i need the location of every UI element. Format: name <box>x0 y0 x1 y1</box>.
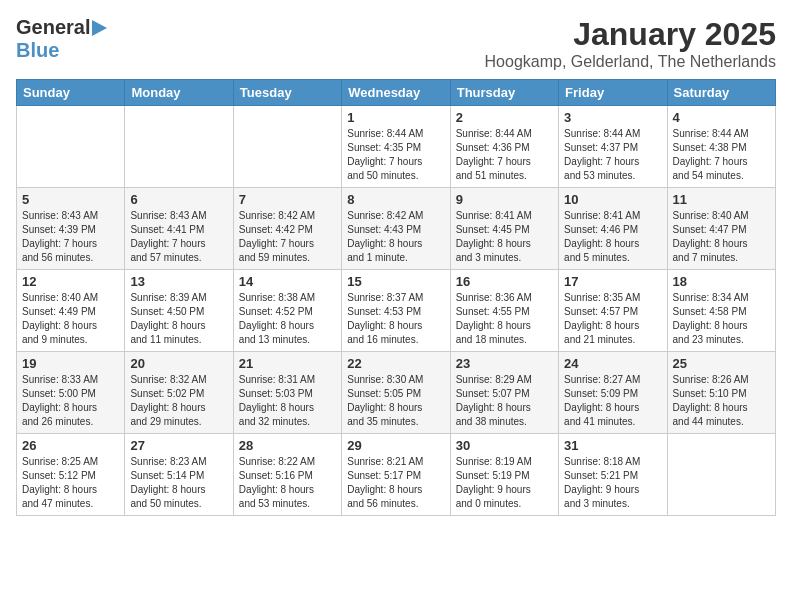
calendar-cell <box>667 434 775 516</box>
day-number: 4 <box>673 110 770 125</box>
calendar-cell: 2Sunrise: 8:44 AM Sunset: 4:36 PM Daylig… <box>450 106 558 188</box>
day-number: 18 <box>673 274 770 289</box>
calendar-cell: 23Sunrise: 8:29 AM Sunset: 5:07 PM Dayli… <box>450 352 558 434</box>
day-number: 12 <box>22 274 119 289</box>
day-info: Sunrise: 8:41 AM Sunset: 4:45 PM Dayligh… <box>456 209 553 265</box>
day-info: Sunrise: 8:22 AM Sunset: 5:16 PM Dayligh… <box>239 455 336 511</box>
day-info: Sunrise: 8:34 AM Sunset: 4:58 PM Dayligh… <box>673 291 770 347</box>
calendar-cell: 28Sunrise: 8:22 AM Sunset: 5:16 PM Dayli… <box>233 434 341 516</box>
day-number: 19 <box>22 356 119 371</box>
weekday-header-tuesday: Tuesday <box>233 80 341 106</box>
calendar-cell <box>17 106 125 188</box>
day-number: 28 <box>239 438 336 453</box>
title-block: January 2025 Hoogkamp, Gelderland, The N… <box>485 16 776 71</box>
day-info: Sunrise: 8:40 AM Sunset: 4:49 PM Dayligh… <box>22 291 119 347</box>
calendar-cell <box>125 106 233 188</box>
day-number: 20 <box>130 356 227 371</box>
calendar-cell: 1Sunrise: 8:44 AM Sunset: 4:35 PM Daylig… <box>342 106 450 188</box>
calendar-cell: 18Sunrise: 8:34 AM Sunset: 4:58 PM Dayli… <box>667 270 775 352</box>
day-info: Sunrise: 8:30 AM Sunset: 5:05 PM Dayligh… <box>347 373 444 429</box>
day-number: 9 <box>456 192 553 207</box>
day-info: Sunrise: 8:37 AM Sunset: 4:53 PM Dayligh… <box>347 291 444 347</box>
calendar-cell: 27Sunrise: 8:23 AM Sunset: 5:14 PM Dayli… <box>125 434 233 516</box>
day-number: 27 <box>130 438 227 453</box>
day-info: Sunrise: 8:29 AM Sunset: 5:07 PM Dayligh… <box>456 373 553 429</box>
weekday-header-friday: Friday <box>559 80 667 106</box>
day-info: Sunrise: 8:19 AM Sunset: 5:19 PM Dayligh… <box>456 455 553 511</box>
weekday-header-wednesday: Wednesday <box>342 80 450 106</box>
day-info: Sunrise: 8:32 AM Sunset: 5:02 PM Dayligh… <box>130 373 227 429</box>
day-info: Sunrise: 8:25 AM Sunset: 5:12 PM Dayligh… <box>22 455 119 511</box>
calendar-cell: 13Sunrise: 8:39 AM Sunset: 4:50 PM Dayli… <box>125 270 233 352</box>
day-number: 10 <box>564 192 661 207</box>
day-info: Sunrise: 8:43 AM Sunset: 4:41 PM Dayligh… <box>130 209 227 265</box>
calendar-cell: 21Sunrise: 8:31 AM Sunset: 5:03 PM Dayli… <box>233 352 341 434</box>
calendar-cell: 7Sunrise: 8:42 AM Sunset: 4:42 PM Daylig… <box>233 188 341 270</box>
week-row-2: 5Sunrise: 8:43 AM Sunset: 4:39 PM Daylig… <box>17 188 776 270</box>
day-number: 3 <box>564 110 661 125</box>
calendar-cell: 5Sunrise: 8:43 AM Sunset: 4:39 PM Daylig… <box>17 188 125 270</box>
calendar-cell: 15Sunrise: 8:37 AM Sunset: 4:53 PM Dayli… <box>342 270 450 352</box>
calendar-cell: 26Sunrise: 8:25 AM Sunset: 5:12 PM Dayli… <box>17 434 125 516</box>
day-info: Sunrise: 8:39 AM Sunset: 4:50 PM Dayligh… <box>130 291 227 347</box>
day-number: 25 <box>673 356 770 371</box>
logo: General Blue <box>16 16 107 62</box>
calendar-cell: 31Sunrise: 8:18 AM Sunset: 5:21 PM Dayli… <box>559 434 667 516</box>
day-info: Sunrise: 8:38 AM Sunset: 4:52 PM Dayligh… <box>239 291 336 347</box>
day-info: Sunrise: 8:35 AM Sunset: 4:57 PM Dayligh… <box>564 291 661 347</box>
day-info: Sunrise: 8:42 AM Sunset: 4:42 PM Dayligh… <box>239 209 336 265</box>
day-info: Sunrise: 8:44 AM Sunset: 4:36 PM Dayligh… <box>456 127 553 183</box>
calendar-cell: 24Sunrise: 8:27 AM Sunset: 5:09 PM Dayli… <box>559 352 667 434</box>
day-info: Sunrise: 8:31 AM Sunset: 5:03 PM Dayligh… <box>239 373 336 429</box>
day-info: Sunrise: 8:27 AM Sunset: 5:09 PM Dayligh… <box>564 373 661 429</box>
day-info: Sunrise: 8:44 AM Sunset: 4:35 PM Dayligh… <box>347 127 444 183</box>
day-info: Sunrise: 8:44 AM Sunset: 4:37 PM Dayligh… <box>564 127 661 183</box>
day-number: 17 <box>564 274 661 289</box>
day-number: 2 <box>456 110 553 125</box>
calendar-cell: 29Sunrise: 8:21 AM Sunset: 5:17 PM Dayli… <box>342 434 450 516</box>
calendar-cell: 16Sunrise: 8:36 AM Sunset: 4:55 PM Dayli… <box>450 270 558 352</box>
day-number: 15 <box>347 274 444 289</box>
day-info: Sunrise: 8:18 AM Sunset: 5:21 PM Dayligh… <box>564 455 661 511</box>
weekday-header-row: SundayMondayTuesdayWednesdayThursdayFrid… <box>17 80 776 106</box>
calendar-cell: 19Sunrise: 8:33 AM Sunset: 5:00 PM Dayli… <box>17 352 125 434</box>
day-info: Sunrise: 8:21 AM Sunset: 5:17 PM Dayligh… <box>347 455 444 511</box>
calendar-cell: 3Sunrise: 8:44 AM Sunset: 4:37 PM Daylig… <box>559 106 667 188</box>
month-title: January 2025 <box>485 16 776 53</box>
day-number: 22 <box>347 356 444 371</box>
day-info: Sunrise: 8:44 AM Sunset: 4:38 PM Dayligh… <box>673 127 770 183</box>
day-info: Sunrise: 8:42 AM Sunset: 4:43 PM Dayligh… <box>347 209 444 265</box>
day-number: 11 <box>673 192 770 207</box>
header: General Blue January 2025 Hoogkamp, Geld… <box>16 16 776 71</box>
day-number: 13 <box>130 274 227 289</box>
week-row-4: 19Sunrise: 8:33 AM Sunset: 5:00 PM Dayli… <box>17 352 776 434</box>
day-info: Sunrise: 8:41 AM Sunset: 4:46 PM Dayligh… <box>564 209 661 265</box>
day-info: Sunrise: 8:33 AM Sunset: 5:00 PM Dayligh… <box>22 373 119 429</box>
calendar-cell: 22Sunrise: 8:30 AM Sunset: 5:05 PM Dayli… <box>342 352 450 434</box>
day-info: Sunrise: 8:26 AM Sunset: 5:10 PM Dayligh… <box>673 373 770 429</box>
weekday-header-saturday: Saturday <box>667 80 775 106</box>
day-number: 8 <box>347 192 444 207</box>
day-number: 30 <box>456 438 553 453</box>
calendar-cell: 17Sunrise: 8:35 AM Sunset: 4:57 PM Dayli… <box>559 270 667 352</box>
svg-marker-0 <box>92 20 107 36</box>
calendar-cell: 20Sunrise: 8:32 AM Sunset: 5:02 PM Dayli… <box>125 352 233 434</box>
weekday-header-monday: Monday <box>125 80 233 106</box>
week-row-5: 26Sunrise: 8:25 AM Sunset: 5:12 PM Dayli… <box>17 434 776 516</box>
day-info: Sunrise: 8:23 AM Sunset: 5:14 PM Dayligh… <box>130 455 227 511</box>
calendar-cell: 4Sunrise: 8:44 AM Sunset: 4:38 PM Daylig… <box>667 106 775 188</box>
week-row-1: 1Sunrise: 8:44 AM Sunset: 4:35 PM Daylig… <box>17 106 776 188</box>
day-number: 14 <box>239 274 336 289</box>
day-number: 31 <box>564 438 661 453</box>
calendar-cell: 25Sunrise: 8:26 AM Sunset: 5:10 PM Dayli… <box>667 352 775 434</box>
calendar-cell <box>233 106 341 188</box>
day-number: 24 <box>564 356 661 371</box>
day-info: Sunrise: 8:40 AM Sunset: 4:47 PM Dayligh… <box>673 209 770 265</box>
calendar-cell: 10Sunrise: 8:41 AM Sunset: 4:46 PM Dayli… <box>559 188 667 270</box>
calendar-cell: 8Sunrise: 8:42 AM Sunset: 4:43 PM Daylig… <box>342 188 450 270</box>
day-info: Sunrise: 8:36 AM Sunset: 4:55 PM Dayligh… <box>456 291 553 347</box>
calendar-cell: 14Sunrise: 8:38 AM Sunset: 4:52 PM Dayli… <box>233 270 341 352</box>
weekday-header-thursday: Thursday <box>450 80 558 106</box>
logo-arrow-icon <box>92 19 107 37</box>
day-number: 26 <box>22 438 119 453</box>
